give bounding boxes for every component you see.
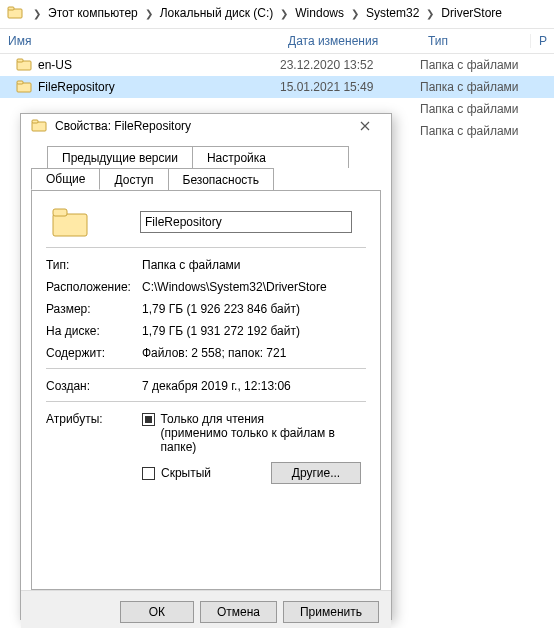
- separator: [46, 247, 366, 248]
- item-type: Папка с файлами: [420, 58, 550, 72]
- column-type[interactable]: Тип: [420, 34, 530, 48]
- chevron-right-icon: ❯: [421, 8, 439, 19]
- dialog-button-row: ОК Отмена Применить: [21, 590, 391, 628]
- readonly-checkbox[interactable]: [142, 413, 155, 426]
- properties-dialog: Свойства: FileRepository Предыдущие верс…: [20, 113, 392, 620]
- size-label: Размер:: [46, 302, 142, 316]
- item-date: 15.01.2021 15:49: [280, 80, 420, 94]
- chevron-right-icon: ❯: [140, 8, 158, 19]
- svg-rect-7: [32, 120, 38, 123]
- svg-rect-9: [53, 209, 67, 216]
- svg-rect-1: [8, 7, 14, 10]
- ondisk-label: На диске:: [46, 324, 142, 338]
- apply-button[interactable]: Применить: [283, 601, 379, 623]
- folder-icon: [31, 119, 47, 133]
- attributes-label: Атрибуты:: [46, 412, 142, 426]
- item-date: 23.12.2020 13:52: [280, 58, 420, 72]
- readonly-sublabel: (применимо только к файлам в папке): [161, 426, 366, 454]
- folder-icon: [16, 58, 34, 72]
- size-value: 1,79 ГБ (1 926 223 846 байт): [142, 302, 366, 316]
- readonly-label: Только для чтения: [161, 412, 366, 426]
- close-icon: [360, 121, 370, 131]
- location-label: Расположение:: [46, 280, 142, 294]
- column-headers: Имя Дата изменения Тип Р: [0, 28, 554, 54]
- advanced-button[interactable]: Другие...: [271, 462, 361, 484]
- breadcrumb-item[interactable]: Windows: [293, 6, 346, 20]
- ok-button[interactable]: ОК: [120, 601, 194, 623]
- ondisk-value: 1,79 ГБ (1 931 272 192 байт): [142, 324, 366, 338]
- svg-rect-8: [53, 214, 87, 236]
- separator: [46, 368, 366, 369]
- dialog-title: Свойства: FileRepository: [55, 119, 345, 133]
- separator: [46, 401, 366, 402]
- item-name: en-US: [34, 58, 280, 72]
- column-extra[interactable]: Р: [530, 34, 550, 48]
- type-value: Папка с файлами: [142, 258, 366, 272]
- tab-security[interactable]: Безопасность: [168, 168, 275, 190]
- created-label: Создан:: [46, 379, 142, 393]
- tab-panel-general: Тип: Папка с файлами Расположение: C:\Wi…: [31, 190, 381, 590]
- cancel-button[interactable]: Отмена: [200, 601, 277, 623]
- hidden-label: Скрытый: [161, 466, 271, 480]
- type-label: Тип:: [46, 258, 142, 272]
- computer-icon: [6, 5, 24, 21]
- chevron-right-icon: ❯: [28, 8, 46, 19]
- breadcrumb-item[interactable]: Локальный диск (C:): [158, 6, 276, 20]
- list-item[interactable]: FileRepository 15.01.2021 15:49 Папка с …: [0, 76, 554, 98]
- tab-general[interactable]: Общие: [31, 168, 100, 190]
- breadcrumb: ❯ Этот компьютер ❯ Локальный диск (C:) ❯…: [0, 0, 554, 28]
- tab-customize[interactable]: Настройка: [192, 146, 349, 168]
- contains-value: Файлов: 2 558; папок: 721: [142, 346, 366, 360]
- hidden-checkbox[interactable]: [142, 467, 155, 480]
- svg-rect-3: [17, 59, 23, 62]
- item-name: FileRepository: [34, 80, 280, 94]
- breadcrumb-item[interactable]: Этот компьютер: [46, 6, 140, 20]
- folder-icon: [16, 80, 34, 94]
- chevron-right-icon: ❯: [346, 8, 364, 19]
- tab-previous-versions[interactable]: Предыдущие версии: [47, 146, 193, 168]
- folder-large-icon: [50, 205, 90, 239]
- tab-sharing[interactable]: Доступ: [99, 168, 168, 190]
- location-value: C:\Windows\System32\DriverStore: [142, 280, 366, 294]
- svg-rect-5: [17, 81, 23, 84]
- list-item[interactable]: en-US 23.12.2020 13:52 Папка с файлами: [0, 54, 554, 76]
- breadcrumb-item[interactable]: System32: [364, 6, 421, 20]
- chevron-right-icon: ❯: [275, 8, 293, 19]
- close-button[interactable]: [345, 114, 385, 138]
- contains-label: Содержит:: [46, 346, 142, 360]
- folder-name-input[interactable]: [140, 211, 352, 233]
- created-value: 7 декабря 2019 г., 12:13:06: [142, 379, 366, 393]
- dialog-titlebar[interactable]: Свойства: FileRepository: [21, 114, 391, 138]
- column-name[interactable]: Имя: [0, 34, 280, 48]
- breadcrumb-item[interactable]: DriverStore: [439, 6, 504, 20]
- item-type: Папка с файлами: [420, 80, 550, 94]
- tab-row-primary: Общие Доступ Безопасность: [31, 168, 381, 190]
- item-type: Папка с файлами: [420, 102, 550, 116]
- tab-row-secondary: Предыдущие версии Настройка: [31, 146, 381, 168]
- column-date[interactable]: Дата изменения: [280, 34, 420, 48]
- item-type: Папка с файлами: [420, 124, 550, 138]
